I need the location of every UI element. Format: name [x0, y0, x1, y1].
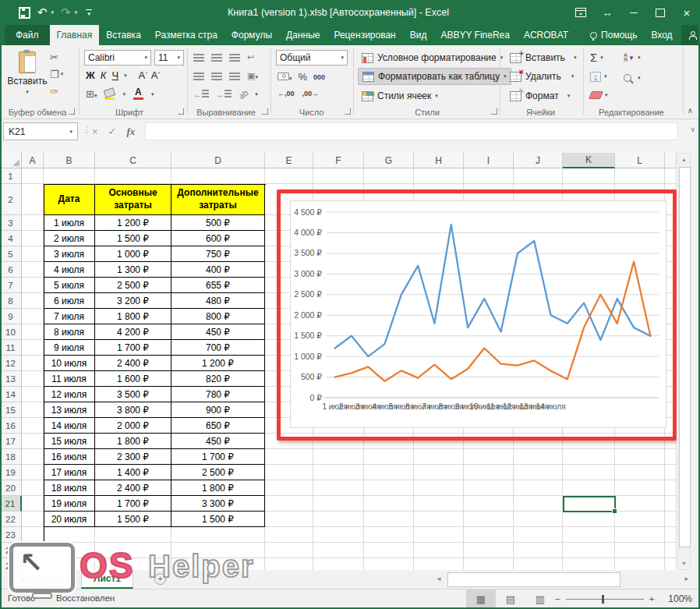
insert-cells-button[interactable]: Вставить▾: [506, 49, 580, 66]
grid-cell[interactable]: [665, 231, 677, 246]
ribbon-tab[interactable]: Помощь: [583, 25, 644, 45]
grid-cell[interactable]: [22, 278, 44, 293]
grid-cell[interactable]: [414, 543, 464, 558]
cancel-entry-icon[interactable]: ×: [92, 126, 98, 137]
table-cell[interactable]: 3 300 ₽: [171, 496, 265, 512]
grid-cell[interactable]: [44, 543, 95, 558]
table-cell[interactable]: 1 500 ₽: [95, 231, 171, 246]
accounting-format-button[interactable]: ▾: [278, 73, 292, 82]
table-cell[interactable]: 16 июля: [44, 449, 95, 465]
table-cell[interactable]: 18 июля: [44, 480, 95, 496]
paste-button[interactable]: Вставить ▾: [8, 50, 47, 108]
undo-dropdown-icon[interactable]: ▾: [51, 9, 55, 16]
grid-cell[interactable]: [313, 449, 364, 465]
row-header[interactable]: 11: [0, 340, 22, 356]
ribbon-tab[interactable]: ABBYY FineRea: [433, 25, 517, 45]
row-header[interactable]: 19: [0, 465, 22, 480]
table-cell[interactable]: 10 июля: [44, 356, 95, 371]
grid-cell[interactable]: [313, 558, 364, 570]
grid-cell[interactable]: [414, 168, 464, 184]
ribbon-tab[interactable]: Вид: [403, 25, 434, 45]
table-cell[interactable]: 1 800 ₽: [171, 480, 265, 496]
grid-cell[interactable]: [171, 527, 265, 543]
table-header-cell[interactable]: Основные затраты: [95, 184, 171, 215]
grid-cell[interactable]: [414, 434, 464, 449]
grid-cell[interactable]: [665, 246, 677, 262]
ribbon-tab[interactable]: ACROBAT: [517, 25, 575, 45]
table-cell[interactable]: 700 ₽: [171, 340, 265, 356]
font-color-dropdown-icon[interactable]: ▾: [151, 91, 154, 97]
table-cell[interactable]: 1 800 ₽: [95, 434, 171, 449]
table-cell[interactable]: 1 700 ₽: [95, 340, 171, 356]
grid-cell[interactable]: [665, 558, 677, 570]
table-cell[interactable]: 2 500 ₽: [95, 278, 171, 293]
next-sheet-icon[interactable]: ►: [20, 575, 27, 583]
page-layout-view-button[interactable]: ▤: [496, 590, 525, 608]
number-format-combobox[interactable]: Общий▾: [276, 50, 348, 66]
styles-dialog-launcher-icon[interactable]: [491, 108, 497, 115]
grid-cell[interactable]: [313, 168, 364, 184]
ribbon-tab[interactable]: Общий доступ: [681, 25, 700, 45]
row-header[interactable]: 8: [0, 293, 22, 309]
grid-cell[interactable]: [514, 449, 563, 465]
grid-cell[interactable]: [464, 512, 514, 527]
scroll-left-icon[interactable]: ◄: [433, 573, 444, 586]
font-dialog-launcher-icon[interactable]: [178, 108, 184, 115]
table-cell[interactable]: 500 ₽: [171, 215, 265, 231]
comma-style-button[interactable]: 000: [313, 73, 325, 81]
grid-cell[interactable]: [563, 527, 615, 543]
grid-cell[interactable]: [464, 543, 514, 558]
row-header[interactable]: 9: [0, 309, 22, 324]
grid-cell[interactable]: [665, 293, 677, 309]
column-header[interactable]: H: [414, 153, 464, 168]
table-cell[interactable]: 450 ₽: [171, 434, 265, 449]
horizontal-scrollbar[interactable]: ◄ ►: [433, 572, 694, 587]
table-cell[interactable]: 450 ₽: [171, 324, 265, 340]
table-cell[interactable]: 14 июля: [44, 418, 95, 434]
grid-cell[interactable]: [22, 246, 44, 262]
row-header[interactable]: 4: [0, 231, 22, 246]
row-header[interactable]: 18: [0, 449, 22, 465]
grid-cell[interactable]: [615, 434, 665, 449]
delete-cells-button[interactable]: Удалить▾: [506, 68, 578, 85]
column-header[interactable]: [665, 153, 677, 168]
grid-cell[interactable]: [265, 434, 313, 449]
grid-cell[interactable]: [615, 449, 665, 465]
confirm-entry-icon[interactable]: ✓: [108, 126, 117, 137]
row-header[interactable]: 12: [0, 356, 22, 371]
increase-decimal-button[interactable]: ←,00: [278, 90, 295, 97]
grid-cell[interactable]: [265, 558, 313, 570]
row-header[interactable]: 10: [0, 324, 22, 340]
grid-cell[interactable]: [615, 465, 665, 480]
ribbon-tab[interactable]: Вход: [644, 25, 679, 45]
cell-styles-button[interactable]: Стили ячеек▾: [358, 87, 442, 104]
row-header[interactable]: 22: [0, 512, 22, 527]
grid-cell[interactable]: [364, 168, 414, 184]
row-header[interactable]: 1: [0, 168, 22, 184]
fill-handle[interactable]: [612, 508, 617, 514]
grid-cell[interactable]: [313, 527, 364, 543]
table-cell[interactable]: 12 июля: [44, 387, 95, 402]
grid-cell[interactable]: [22, 402, 44, 418]
fill-color-dropdown-icon[interactable]: ▾: [122, 91, 126, 97]
close-button[interactable]: ×: [673, 0, 700, 25]
table-cell[interactable]: 3 июля: [44, 246, 95, 262]
table-cell[interactable]: 2 400 ₽: [95, 480, 171, 496]
grid-cell[interactable]: [414, 527, 464, 543]
grid-cell[interactable]: [665, 309, 677, 324]
table-cell[interactable]: 3 500 ₽: [95, 387, 171, 402]
grid-cell[interactable]: [514, 543, 563, 558]
grid-cell[interactable]: [44, 558, 95, 570]
ribbon-tab[interactable]: Главная: [50, 25, 100, 45]
normal-view-button[interactable]: ▦: [466, 590, 496, 608]
table-cell[interactable]: 9 июля: [44, 340, 95, 356]
grid-cell[interactable]: [44, 168, 95, 184]
grid-cell[interactable]: [464, 168, 514, 184]
grid-cell[interactable]: [665, 387, 677, 402]
chart-series-line[interactable]: [335, 225, 651, 356]
grid-cell[interactable]: [22, 434, 44, 449]
row-header[interactable]: 20: [0, 480, 22, 496]
sheet-tab-list1[interactable]: Лист1: [81, 570, 133, 589]
table-cell[interactable]: 17 июля: [44, 465, 95, 480]
table-cell[interactable]: 1 600 ₽: [95, 371, 171, 387]
